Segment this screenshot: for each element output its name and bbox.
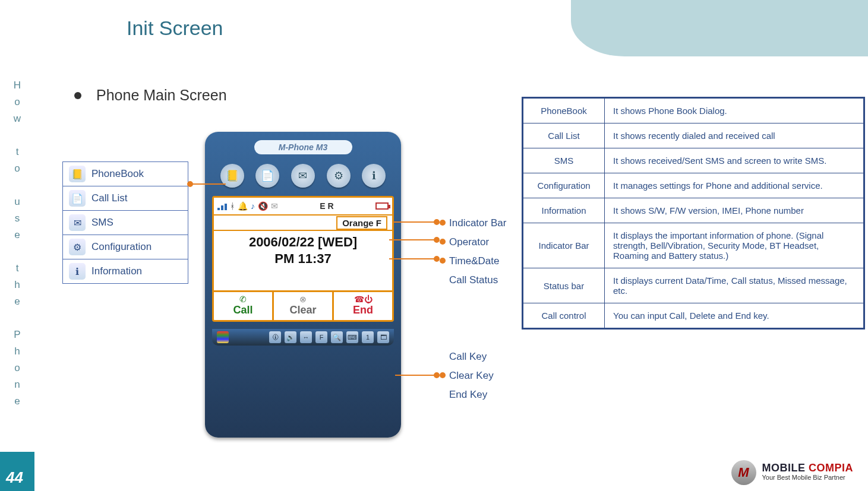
table-row: Call ListIt shows recently dialed and re… <box>523 123 864 148</box>
end-label: End <box>334 304 392 316</box>
phone-mock: M-Phone M3 📒 📄 ✉ ⚙ ℹ ᚼ 🔔 ♪ 🔇 ✉ E R <box>205 132 401 438</box>
time-display: PM 11:37 <box>214 250 392 290</box>
tray-icon[interactable]: 🔊 <box>285 331 296 343</box>
tray-icon[interactable]: ⌨ <box>346 331 358 343</box>
signal-icon <box>217 202 227 210</box>
operator-name: Orange F <box>336 216 387 230</box>
app-icon-configuration[interactable]: ⚙ <box>327 164 351 188</box>
end-key[interactable]: ☎⏻ End <box>334 292 392 320</box>
desc-key: Call control <box>523 303 605 329</box>
desc-val: It displays the important information of… <box>605 223 864 268</box>
indicator-text: E R <box>320 201 333 211</box>
clear-label: Clear <box>274 304 332 316</box>
app-icon-information[interactable]: ℹ <box>362 164 386 188</box>
desc-val: It manages settings for Phone and additi… <box>605 173 864 198</box>
desc-val: It shows Phone Book Dialog. <box>605 98 864 123</box>
taskbar: 🛈 🔊 ↔ F 🔍 ⌨ 1 🗔 <box>212 329 394 346</box>
table-row: SMSIt shows received/Sent SMS and screen… <box>523 148 864 173</box>
calllist-icon: 📄 <box>69 190 86 207</box>
desc-val: It shows recently dialed and received ca… <box>605 123 864 148</box>
phone-body: M-Phone M3 📒 📄 ✉ ⚙ ℹ ᚼ 🔔 ♪ 🔇 ✉ E R <box>205 132 401 438</box>
date-display: 2006/02/22 [WED] <box>214 231 392 250</box>
menu-item-sms: ✉ SMS <box>63 210 188 235</box>
menu-item-configuration: ⚙ Configuration <box>63 235 188 259</box>
device-label: M-Phone M3 <box>254 140 352 154</box>
app-icon-phonebook[interactable]: 📒 <box>220 164 244 188</box>
device-label-text: M-Phone M3 <box>279 142 327 152</box>
callout-block-lower: Call Key Clear Key End Key <box>440 347 494 404</box>
bullet-icon <box>74 92 81 99</box>
desc-val: It shows S/W, F/W version, IMEI, Phone n… <box>605 198 864 223</box>
callout-callstatus: Call Status <box>449 274 498 286</box>
desc-val: It displays current Data/Time, Call stat… <box>605 268 864 303</box>
brand-tagline: Your Best Mobile Biz Partner <box>762 473 854 482</box>
dot-icon <box>440 372 446 378</box>
table-row: InformationIt shows S/W, F/W version, IM… <box>523 198 864 223</box>
mute-icon: 🔇 <box>258 201 268 211</box>
dot-icon <box>440 220 446 226</box>
configuration-icon: ⚙ <box>69 239 86 255</box>
callout-endkey: End Key <box>449 389 487 400</box>
tray-icon[interactable]: ↔ <box>300 331 312 343</box>
page-number: 44 <box>6 468 23 487</box>
bluetooth-icon: ᚼ <box>230 201 235 211</box>
table-row: Status barIt displays current Data/Time,… <box>523 268 864 303</box>
indicator-bar: ᚼ 🔔 ♪ 🔇 ✉ E R <box>214 198 392 216</box>
callout-timedate: Time&Date <box>449 255 499 267</box>
table-row: Call controlYou can input Call, Delete a… <box>523 303 864 329</box>
tray-icon[interactable]: F <box>315 331 327 343</box>
callout-callkey: Call Key <box>449 351 487 362</box>
operator-row: Orange F <box>214 216 392 231</box>
menu-label: Call List <box>91 192 127 204</box>
sms-icon: ✉ <box>69 214 86 231</box>
menu-item-phonebook: 📒 PhoneBook <box>63 162 188 186</box>
clear-key[interactable]: ⊗ Clear <box>274 292 334 320</box>
bell-icon: 🔔 <box>238 201 248 211</box>
svg-point-9 <box>434 373 439 378</box>
desc-key: PhoneBook <box>523 98 605 123</box>
call-controls: ✆ Call ⊗ Clear ☎⏻ End <box>214 290 392 320</box>
description-table: PhoneBookIt shows Phone Book Dialog. Cal… <box>522 97 865 330</box>
windows-icon[interactable]: 🗔 <box>377 331 389 343</box>
clear-x-icon: ⊗ <box>274 294 332 304</box>
menu-label: SMS <box>91 217 113 229</box>
menu-item-calllist: 📄 Call List <box>63 186 188 210</box>
brand-b: COMPIA <box>809 462 853 474</box>
end-power-icon: ☎⏻ <box>334 294 392 304</box>
callout-indicator: Indicator Bar <box>449 217 506 229</box>
logo-badge-icon: M <box>731 460 756 485</box>
brand-a: MOBILE <box>762 462 809 474</box>
app-icon-row: 📒 📄 ✉ ⚙ ℹ <box>212 160 394 196</box>
start-icon[interactable] <box>217 331 229 343</box>
page-title: Init Screen <box>127 17 223 40</box>
tray-icon[interactable]: 🔍 <box>331 331 343 343</box>
callout-block-upper: Indicator Bar Operator Time&Date Call St… <box>440 214 506 290</box>
menu-label: Information <box>91 265 142 277</box>
call-phone-icon: ✆ <box>214 294 272 304</box>
note-icon: ♪ <box>251 201 255 211</box>
app-icon-sms[interactable]: ✉ <box>291 164 315 188</box>
call-key[interactable]: ✆ Call <box>214 292 274 320</box>
left-sidebar: How to use the Phone 44 <box>0 0 34 491</box>
callout-operator: Operator <box>449 236 489 248</box>
svg-point-3 <box>434 220 439 224</box>
section-heading: Phone Main Screen <box>74 87 227 104</box>
svg-point-0 <box>188 182 192 186</box>
tray-icon[interactable]: 🛈 <box>269 331 281 343</box>
desc-val: It shows received/Sent SMS and screen to… <box>605 148 864 173</box>
information-icon: ℹ <box>69 263 86 280</box>
section-title: Phone Main Screen <box>96 87 227 104</box>
dot-icon <box>440 239 446 245</box>
desc-val: You can input Call, Delete and End key. <box>605 303 864 329</box>
callout-clearkey: Clear Key <box>449 370 494 381</box>
tray-icon[interactable]: 1 <box>362 331 374 343</box>
desc-key: Call List <box>523 123 605 148</box>
svg-point-7 <box>434 256 439 261</box>
battery-icon <box>375 202 389 210</box>
menu-item-information: ℹ Information <box>63 259 188 283</box>
dot-icon <box>440 258 446 264</box>
app-icon-calllist[interactable]: 📄 <box>255 164 279 188</box>
desc-key: Indicator Bar <box>523 223 605 268</box>
footer-logo: M MOBILE COMPIA Your Best Mobile Biz Par… <box>731 460 854 485</box>
desc-key: Configuration <box>523 173 605 198</box>
